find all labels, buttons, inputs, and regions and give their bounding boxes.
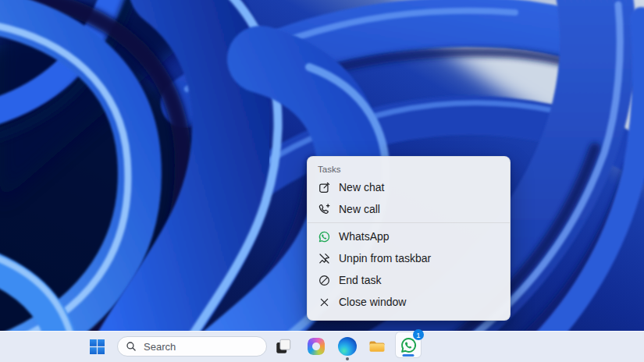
edge-running-indicator bbox=[346, 357, 349, 360]
end-task-icon bbox=[318, 274, 331, 287]
menu-item-label: Unpin from taskbar bbox=[339, 252, 431, 264]
task-view-icon bbox=[275, 338, 292, 355]
menu-item-label: WhatsApp bbox=[339, 230, 390, 243]
menu-item-label: Close window bbox=[339, 296, 406, 308]
taskbar: 1 bbox=[0, 331, 644, 362]
menu-item-label: New call bbox=[339, 203, 380, 215]
menu-separator bbox=[308, 222, 510, 223]
unpin-icon bbox=[318, 252, 331, 265]
new-chat-icon bbox=[318, 181, 331, 194]
file-explorer-button[interactable] bbox=[363, 332, 391, 360]
edge-icon bbox=[338, 337, 357, 356]
search-icon bbox=[126, 341, 137, 352]
menu-item-new-call[interactable]: New call bbox=[308, 198, 510, 220]
whatsapp-icon bbox=[318, 230, 331, 243]
copilot-icon bbox=[308, 338, 325, 355]
menu-item-close-window[interactable]: Close window bbox=[308, 291, 510, 313]
search-input[interactable] bbox=[142, 340, 247, 353]
menu-item-unpin-from-taskbar[interactable]: Unpin from taskbar bbox=[308, 247, 510, 269]
menu-item-label: End task bbox=[339, 274, 381, 286]
notification-badge: 1 bbox=[413, 329, 424, 340]
folder-icon bbox=[368, 337, 386, 356]
whatsapp-taskbar-button[interactable]: 1 bbox=[395, 332, 422, 358]
whatsapp-jumplist-menu: Tasks New chat New call WhatsA bbox=[307, 156, 511, 321]
menu-item-label: New chat bbox=[339, 181, 384, 193]
close-icon bbox=[318, 296, 331, 309]
task-view-button[interactable] bbox=[269, 332, 297, 360]
jumplist-section-header: Tasks bbox=[308, 157, 510, 176]
edge-button[interactable] bbox=[333, 332, 361, 360]
menu-item-whatsapp[interactable]: WhatsApp bbox=[308, 225, 510, 247]
windows-start-icon bbox=[90, 339, 105, 354]
desktop-screen: Tasks New chat New call WhatsA bbox=[0, 0, 644, 362]
new-call-icon bbox=[318, 203, 331, 216]
taskbar-search[interactable] bbox=[117, 336, 267, 357]
copilot-button[interactable] bbox=[302, 332, 330, 360]
start-button[interactable] bbox=[83, 332, 111, 360]
menu-item-end-task[interactable]: End task bbox=[308, 269, 510, 291]
menu-item-new-chat[interactable]: New chat bbox=[308, 176, 510, 198]
active-app-indicator bbox=[403, 354, 415, 357]
